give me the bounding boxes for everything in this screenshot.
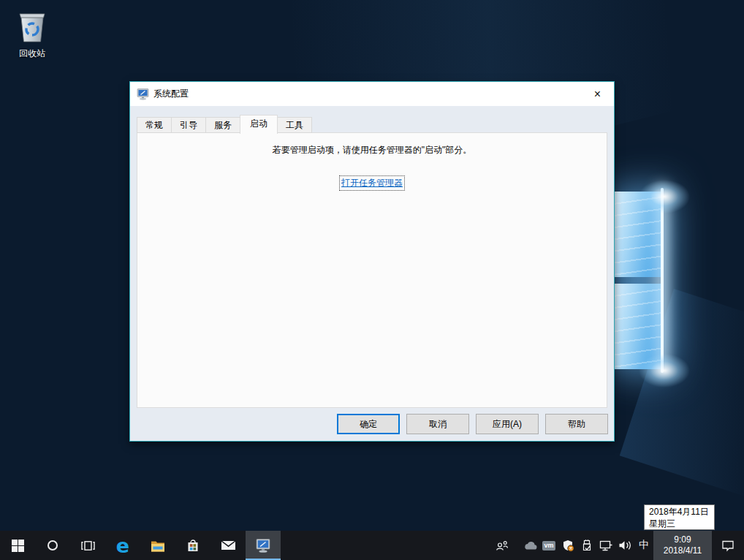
link-row: 打开任务管理器 bbox=[137, 176, 607, 190]
windows-logo-icon bbox=[12, 540, 24, 552]
recycle-bin-icon bbox=[15, 9, 49, 44]
vmware-button[interactable]: vm bbox=[539, 531, 558, 560]
file-explorer-icon bbox=[151, 540, 165, 552]
people-icon bbox=[496, 540, 509, 551]
defender-shield-alert-icon bbox=[562, 540, 574, 552]
dialog-titlebar[interactable]: 系统配置 × bbox=[130, 82, 614, 106]
file-explorer-button[interactable] bbox=[140, 531, 175, 560]
action-center-icon bbox=[721, 540, 734, 552]
date-tooltip: 2018年4月11日 星期三 bbox=[644, 504, 715, 530]
tab-boot[interactable]: 引导 bbox=[171, 117, 206, 133]
usb-device-button[interactable] bbox=[577, 531, 596, 560]
cancel-button[interactable]: 取消 bbox=[406, 414, 469, 434]
system-configuration-dialog: 系统配置 × 常规 引导 服务 启动 工具 若要管理启动项，请使用任务管理器的"… bbox=[129, 81, 615, 442]
startup-tab-panel: 若要管理启动项，请使用任务管理器的"启动"部分。 打开任务管理器 bbox=[137, 132, 607, 408]
dialog-buttons: 确定 取消 应用(A) 帮助 bbox=[337, 414, 608, 434]
tooltip-date: 2018年4月11日 bbox=[649, 506, 710, 518]
msconfig-icon bbox=[255, 539, 271, 553]
glow-highlight bbox=[639, 180, 690, 213]
dialog-title: 系统配置 bbox=[153, 88, 189, 100]
clock-date: 2018/4/11 bbox=[664, 545, 702, 556]
mail-button[interactable] bbox=[210, 531, 246, 560]
store-button[interactable] bbox=[175, 531, 210, 560]
tab-strip: 常规 引导 服务 启动 工具 bbox=[137, 114, 311, 133]
defender-button[interactable] bbox=[558, 531, 577, 560]
close-button[interactable]: × bbox=[581, 82, 614, 106]
recycle-bin[interactable]: 回收站 bbox=[4, 9, 60, 60]
windows-logo-glow bbox=[612, 192, 662, 369]
mail-icon bbox=[221, 540, 236, 550]
recycle-bin-label: 回收站 bbox=[4, 48, 60, 60]
taskbar: e bbox=[0, 531, 744, 560]
ime-label: 中 bbox=[639, 539, 649, 552]
close-icon: × bbox=[594, 88, 601, 101]
apply-button[interactable]: 应用(A) bbox=[476, 414, 539, 434]
network-icon bbox=[599, 540, 612, 551]
start-button[interactable] bbox=[0, 531, 35, 560]
open-task-manager-link[interactable]: 打开任务管理器 bbox=[340, 176, 404, 190]
clock-time: 9:09 bbox=[674, 534, 691, 545]
action-center-button[interactable] bbox=[712, 531, 744, 560]
task-view-icon bbox=[81, 540, 95, 551]
help-button[interactable]: 帮助 bbox=[545, 414, 608, 434]
glow-highlight bbox=[639, 354, 690, 387]
tab-services[interactable]: 服务 bbox=[205, 117, 240, 133]
edge-button[interactable]: e bbox=[105, 531, 140, 560]
store-icon bbox=[186, 539, 200, 553]
volume-button[interactable] bbox=[615, 531, 634, 560]
onedrive-button[interactable] bbox=[520, 531, 539, 560]
edge-icon: e bbox=[116, 536, 129, 556]
tooltip-weekday: 星期三 bbox=[649, 518, 710, 529]
network-button[interactable] bbox=[596, 531, 615, 560]
ok-button[interactable]: 确定 bbox=[337, 414, 400, 434]
task-view-button[interactable] bbox=[70, 531, 105, 560]
onedrive-cloud-icon bbox=[523, 541, 537, 550]
tab-general[interactable]: 常规 bbox=[137, 117, 172, 133]
ime-indicator[interactable]: 中 bbox=[634, 531, 653, 560]
startup-message: 若要管理启动项，请使用任务管理器的"启动"部分。 bbox=[137, 144, 607, 156]
msconfig-taskbar-button[interactable] bbox=[246, 531, 281, 560]
desktop: 回收站 系统配置 × 常规 引导 服务 启动 工具 若要管理启动项，请使用任务管 bbox=[0, 0, 744, 560]
tab-tools[interactable]: 工具 bbox=[277, 117, 312, 133]
system-tray: vm bbox=[491, 531, 744, 560]
taskbar-clock[interactable]: 9:09 2018/4/11 bbox=[653, 531, 712, 560]
vmware-icon: vm bbox=[542, 541, 555, 550]
usb-icon bbox=[581, 540, 593, 552]
volume-icon bbox=[618, 540, 632, 550]
people-button[interactable] bbox=[491, 531, 513, 560]
search-icon bbox=[48, 540, 58, 550]
msconfig-icon bbox=[137, 88, 149, 100]
tab-startup[interactable]: 启动 bbox=[240, 115, 278, 134]
search-button[interactable] bbox=[35, 531, 70, 560]
